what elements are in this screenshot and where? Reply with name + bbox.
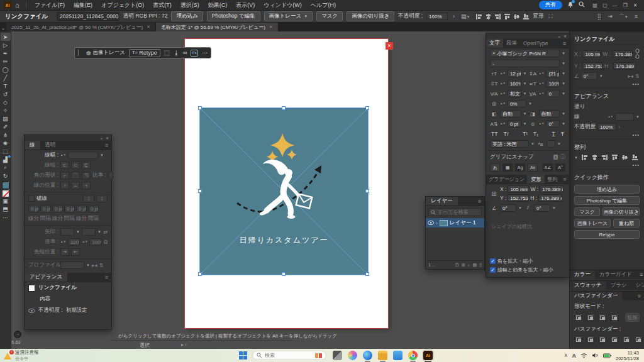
edge-icon[interactable]: [363, 351, 372, 360]
dash-field[interactable]: 0 pt: [52, 205, 63, 212]
snap-glyph-bounds-icon[interactable]: Ag: [515, 163, 525, 172]
layers-search-input[interactable]: [438, 209, 475, 215]
preserve-dash-icon[interactable]: ⌶: [83, 195, 94, 202]
reference-point-locator[interactable]: ⊞: [490, 190, 498, 197]
small-caps-icon[interactable]: Tт: [503, 131, 509, 137]
status-nav-arrows[interactable]: ▸ ‹: [181, 342, 187, 348]
dock-x-field[interactable]: 105 mm: [582, 50, 601, 58]
dock-stroke-weight-field[interactable]: [615, 113, 634, 121]
chevron-down-icon[interactable]: ▼: [100, 153, 104, 157]
align-top-icon[interactable]: [611, 154, 618, 161]
snap-anchor-icon[interactable]: A°: [555, 163, 565, 172]
taskbar-search-box[interactable]: [252, 351, 326, 360]
ratio-field[interactable]: [108, 172, 113, 179]
free-transform-icon[interactable]: ⛶: [548, 13, 554, 20]
gradient-tool[interactable]: ▧: [1, 114, 11, 123]
eye-icon[interactable]: [28, 309, 35, 313]
shear-angle-field[interactable]: 0°: [534, 204, 550, 212]
subscript-icon[interactable]: T₁: [533, 131, 538, 137]
tab-transform[interactable]: 変形: [527, 175, 545, 184]
tab-stroke[interactable]: 線: [25, 141, 40, 150]
collapse-icon[interactable]: «: [558, 35, 560, 38]
quick-embed-button[interactable]: 埋め込み: [574, 185, 640, 194]
dock-opacity-field[interactable]: 100%: [597, 123, 616, 131]
start-button[interactable]: [239, 351, 247, 359]
weight-stepper[interactable]: ▲▼: [60, 154, 66, 156]
copilot-icon[interactable]: [348, 351, 357, 360]
crop-icon[interactable]: ⿴: [164, 49, 170, 57]
stroke-center-icon[interactable]: ⫟: [60, 182, 69, 189]
tab-gradient[interactable]: グラデーション: [486, 175, 527, 184]
task-view-icon[interactable]: [333, 351, 342, 360]
more-options-icon[interactable]: ⋯: [202, 50, 208, 56]
all-caps-icon[interactable]: TT: [491, 131, 497, 137]
projecting-cap-icon[interactable]: ⊑: [82, 162, 91, 169]
rotation-stepper[interactable]: ▲▼: [539, 123, 545, 125]
expand-layer-icon[interactable]: ›: [436, 220, 438, 226]
dash-field[interactable]: 0 pt: [76, 205, 87, 212]
menu-item-edit[interactable]: 編集(E): [69, 1, 97, 9]
hidden-icons-chevron[interactable]: ∧: [564, 353, 568, 358]
tab-layers[interactable]: レイヤー: [426, 197, 458, 206]
menu-item-help[interactable]: ヘルプ(H): [306, 1, 340, 9]
edit-in-photoshop-button[interactable]: Photoshop で編集: [207, 11, 260, 21]
crop-image-button[interactable]: 画像の切り抜き: [347, 11, 394, 21]
vertical-scale-field[interactable]: 100%: [508, 80, 521, 87]
selection-handle[interactable]: [198, 189, 202, 193]
scale-end-field[interactable]: 100%: [89, 238, 102, 246]
language-field[interactable]: 英語 : 米国: [490, 140, 529, 148]
collapse-icon[interactable]: «: [101, 136, 103, 140]
direct-selection-tool[interactable]: ▷: [1, 41, 11, 49]
prop-stepper[interactable]: ▲▼: [500, 102, 506, 105]
volume-muted-icon[interactable]: [592, 353, 599, 358]
embed-button[interactable]: 埋め込み: [171, 11, 203, 21]
linked-file-name[interactable]: 20251128_112845_0000...: [57, 12, 119, 21]
align-right-icon[interactable]: [494, 13, 501, 20]
menu-item-type[interactable]: 書式(T): [148, 1, 176, 9]
expand-button[interactable]: 拡張: [625, 313, 640, 322]
appearance-row-linked-file[interactable]: リンクファイル: [25, 282, 111, 293]
flip-across-icon[interactable]: ⇅: [99, 262, 104, 268]
tab-color-guide[interactable]: カラーガイド: [595, 270, 636, 279]
align-left-icon[interactable]: [581, 154, 588, 161]
scale-tool[interactable]: ◇: [1, 98, 11, 106]
tab-overflow-icon[interactable]: »: [0, 27, 6, 31]
artboard-tool[interactable]: ⬚: [1, 147, 11, 155]
tip-inside-icon[interactable]: ⇤: [71, 248, 80, 256]
profile-field[interactable]: [60, 261, 84, 269]
baseline-stepper[interactable]: ▲▼: [500, 123, 506, 125]
tab-opentype[interactable]: OpenType: [520, 39, 551, 48]
flip-horizontal-icon[interactable]: ▸◂: [628, 73, 633, 79]
align-middle-icon[interactable]: [513, 13, 520, 20]
leading-stepper[interactable]: ▲▼: [539, 72, 545, 75]
font-family-field[interactable]: ⌕小塚ゴシック Pr6N R: [490, 50, 560, 57]
strikethrough-icon[interactable]: Ŧ: [561, 131, 564, 137]
intersect-icon[interactable]: [598, 314, 607, 321]
home-icon[interactable]: ⌂: [15, 1, 19, 9]
underline-icon[interactable]: T̲: [552, 131, 555, 137]
minus-back-icon[interactable]: [634, 336, 643, 343]
search-icon[interactable]: [579, 1, 585, 9]
snap-angular-guide-icon[interactable]: A∠: [543, 163, 553, 172]
tab-appearance[interactable]: アピアランス: [25, 273, 67, 282]
opacity-chevron-icon[interactable]: ›: [618, 124, 620, 130]
rotate-tool[interactable]: ↺: [1, 90, 11, 98]
link-icon[interactable]: ∞: [183, 50, 187, 56]
fill-label[interactable]: 塗り: [574, 103, 585, 111]
snap-baseline-icon[interactable]: ▦: [502, 163, 513, 172]
outline-icon[interactable]: [622, 336, 631, 343]
taskbar-clock[interactable]: 11:43 2025/11/28: [616, 350, 639, 361]
merge-icon[interactable]: [598, 336, 607, 343]
scale-corners-checkbox[interactable]: ✓: [490, 258, 496, 264]
arrow-end-field[interactable]: [82, 228, 96, 236]
anti-alias-field[interactable]: [547, 140, 555, 148]
tab-swatches[interactable]: スウォッチ: [570, 281, 606, 290]
blend-tool[interactable]: ⋔: [1, 131, 11, 139]
stroke-inside-icon[interactable]: ⫠: [71, 182, 80, 189]
kerning-stepper[interactable]: ▲▼: [500, 92, 506, 95]
close-button[interactable]: ✕: [630, 3, 640, 8]
trim-icon[interactable]: [586, 336, 595, 343]
menu-item-effect[interactable]: 効果(C): [204, 1, 232, 9]
embed-icon[interactable]: ⭳: [174, 50, 179, 56]
unite-shape-icon[interactable]: [574, 314, 583, 321]
